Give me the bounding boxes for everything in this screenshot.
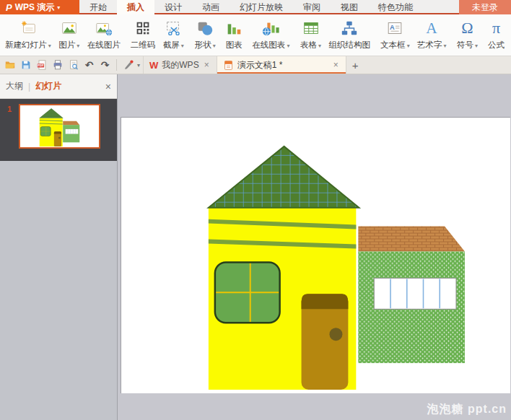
export-pdf-icon: PDF [36, 59, 48, 71]
online-picture-icon [93, 18, 115, 38]
chevron-down-icon: ▾ [406, 43, 410, 49]
ribbon: 新建幻灯片 ▾图片 ▾在线图片二维码截屏 ▾形状 ▾图表在线图表 ▾表格 ▾组织… [0, 14, 511, 56]
svg-text:PDF: PDF [38, 64, 44, 67]
menu-tab[interactable]: 特色功能 [368, 0, 423, 14]
qrcode-icon [132, 18, 154, 38]
ribbon-label: 图片 ▾ [58, 40, 79, 51]
symbol-icon: Ω [457, 18, 479, 38]
doc-tab[interactable]: 演示文稿1 *× [217, 56, 346, 74]
wps-logo-icon: P [6, 2, 12, 13]
ribbon-button-wordart[interactable]: A艺术字 ▾ [414, 17, 450, 56]
door-knob [329, 328, 342, 341]
ribbon-label: 形状 ▾ [195, 40, 216, 51]
house-drawing [209, 146, 465, 390]
print-button[interactable] [51, 58, 64, 72]
ribbon-label: 截屏 ▾ [163, 40, 184, 51]
door-top-band [302, 294, 349, 309]
ribbon-button-picture[interactable]: 图片 ▾ [55, 17, 84, 56]
svg-text:A: A [390, 24, 395, 31]
ribbon-button-table[interactable]: 表格 ▾ [297, 17, 326, 56]
slides-panel: 大纲 | 幻灯片 × 1 [0, 74, 118, 420]
shapes-icon [194, 18, 216, 38]
ribbon-label: 符号 ▾ [457, 40, 478, 51]
watermark-text: 泡泡糖 ppt.cn [427, 402, 507, 417]
tab-slides[interactable]: 幻灯片 [35, 80, 61, 92]
roof-plaid-overlay [209, 146, 359, 208]
slide-number: 1 [7, 105, 12, 113]
app-name: WPS 演示 [15, 1, 55, 14]
tab-outline[interactable]: 大纲 [6, 80, 23, 92]
chevron-down-icon: ▾ [442, 43, 446, 49]
print-preview-button[interactable] [66, 58, 80, 72]
online-chart-icon [260, 18, 281, 38]
slide[interactable] [121, 117, 510, 393]
ribbon-button-new-slide[interactable]: 新建幻灯片 ▾ [1, 17, 55, 56]
chevron-down-icon: ▾ [180, 43, 184, 49]
chevron-down-icon: ▾ [473, 43, 478, 49]
formula-icon: π [486, 18, 507, 38]
redo-button[interactable]: ↷ [98, 58, 112, 72]
ribbon-label: 图表 [226, 40, 243, 51]
quick-access-toolbar: PDF↶↷▾ [0, 56, 143, 74]
chevron-down-icon[interactable]: ▾ [137, 62, 140, 69]
chevron-down-icon: ▾ [317, 43, 321, 49]
ribbon-label: 二维码 [131, 40, 156, 51]
save-button[interactable] [19, 58, 32, 72]
wps-logo-button[interactable]: P WPS 演示 ▾ [0, 0, 79, 14]
close-icon[interactable]: × [203, 60, 211, 70]
screenshot-icon [162, 18, 184, 38]
pen-tool-button[interactable] [121, 58, 135, 72]
slides-panel-header: 大纲 | 幻灯片 × [0, 74, 117, 99]
menu-tab[interactable]: 幻灯片放映 [230, 0, 293, 14]
menu-tab[interactable]: 开始 [79, 0, 117, 14]
slide-thumbnail[interactable] [19, 104, 100, 149]
menu-tabs: 开始插入设计动画幻灯片放映审阅视图特色功能 [79, 0, 459, 14]
open-folder-icon [4, 59, 16, 71]
ribbon-button-formula[interactable]: π公式 [482, 17, 511, 56]
ribbon-button-orgchart[interactable]: 组织结构图 [326, 17, 375, 56]
ppt-doc-icon [223, 60, 234, 71]
export-pdf-button[interactable]: PDF [35, 58, 48, 72]
slide-thumbnail-strip: 1 [0, 99, 117, 161]
menu-tab[interactable]: 审阅 [293, 0, 331, 14]
annex-roof-shape [63, 121, 79, 125]
annex-window-shape [66, 129, 79, 134]
main-area: 大纲 | 幻灯片 × 1 泡泡糖 ppt.cn [0, 74, 511, 420]
close-icon[interactable]: × [105, 81, 111, 92]
menu-tab[interactable]: 插入 [117, 0, 154, 14]
menu-tab[interactable]: 视图 [331, 0, 368, 14]
ribbon-button-textbox[interactable]: A文本框 ▾ [377, 17, 414, 56]
chevron-down-icon: ▾ [57, 4, 60, 11]
doc-tab-label: 我的WPS [162, 59, 198, 71]
toolbar-divider [116, 59, 117, 71]
ribbon-label: 组织结构图 [329, 40, 371, 51]
open-button[interactable] [3, 58, 17, 72]
table-icon [300, 18, 322, 38]
login-button[interactable]: 未登录 [459, 0, 511, 14]
tab-divider: | [28, 82, 30, 92]
document-tab-bar: PDF↶↷▾ W我的WPS×演示文稿1 *× + [0, 56, 511, 74]
pen-icon [123, 59, 134, 71]
doc-tab-label: 演示文稿1 * [237, 59, 283, 71]
save-icon [20, 59, 32, 71]
close-icon[interactable]: × [332, 60, 340, 70]
wps-w-icon: W [149, 60, 158, 71]
menu-tab[interactable]: 设计 [154, 0, 192, 14]
doc-tab[interactable]: W我的WPS× [143, 56, 217, 74]
ribbon-button-chart[interactable]: 图表 [219, 17, 248, 56]
ribbon-label: 公式 [488, 40, 505, 51]
ribbon-button-qrcode[interactable]: 二维码 [127, 17, 160, 56]
door-knob [58, 137, 61, 139]
ribbon-button-online-picture[interactable]: 在线图片 [84, 17, 124, 56]
ribbon-button-screenshot[interactable]: 截屏 ▾ [159, 17, 188, 56]
menu-tab[interactable]: 动画 [192, 0, 230, 14]
ribbon-button-shapes[interactable]: 形状 ▾ [191, 17, 219, 56]
undo-button[interactable]: ↶ [82, 58, 96, 72]
ribbon-button-online-chart[interactable]: 在线图表 ▾ [248, 17, 293, 56]
chevron-down-icon: ▾ [211, 43, 216, 49]
chevron-down-icon: ▾ [285, 43, 289, 49]
canvas: 泡泡糖 ppt.cn [118, 74, 511, 420]
ribbon-button-symbol[interactable]: Ω符号 ▾ [453, 17, 482, 56]
picture-icon [58, 18, 80, 38]
new-tab-button[interactable]: + [346, 56, 364, 74]
